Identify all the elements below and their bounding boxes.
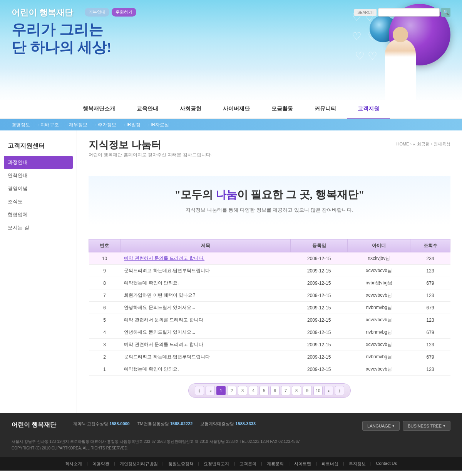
pagination-page-10[interactable]: 10 — [313, 386, 323, 395]
contact-label: TM전통성동상담 — [137, 421, 169, 426]
header: ♡ ♡♡ ♡ ♡ ♡ 어린이 행복재단 기부안내 우원하기 우리가 그리는 단 … — [0, 0, 462, 100]
pagination-page-8[interactable]: 8 — [292, 386, 301, 395]
quote-highlight: 나눔 — [216, 189, 237, 200]
sidebar-item-liaison[interactable]: 연혁안내 — [0, 169, 77, 182]
sidebar-item-location[interactable]: 오시는 길 — [0, 221, 77, 234]
sidebar-item-org[interactable]: 조직도 — [0, 195, 77, 208]
cell-title: 안녕하세요 문의드릴게 있어서요... — [120, 326, 290, 339]
person-illustration — [377, 31, 424, 100]
pagination-prev[interactable]: ◂ — [206, 386, 215, 395]
footer-link-회사소개[interactable]: 회사소개 — [65, 461, 82, 467]
page-breadcrumb: HOME › 사회공헌 › 인재육성 — [396, 141, 450, 147]
footer-link-투자정보[interactable]: 투자정보 — [349, 461, 366, 467]
footer-link-separator: | — [316, 461, 317, 467]
person-head — [393, 27, 408, 42]
pagination-page-4[interactable]: 4 — [249, 386, 258, 395]
footer: 어린이 행복재단 계약/사고접수상담 1588-0000TM전통성동상담 158… — [0, 413, 462, 471]
footer-link-separator: | — [288, 461, 290, 467]
site-logo[interactable]: 어린이 행복재단 — [12, 7, 73, 18]
breadcrumb-ir[interactable]: IR일정 — [124, 122, 141, 128]
breadcrumb-financial[interactable]: 재무정보 — [67, 122, 88, 128]
pagination: ⟪ ◂ 1 2 3 4 5 6 7 8 9 10 ▸ ⟫ — [188, 383, 351, 398]
main-navigation: 행복재단소개 교육안내 사회공헌 사이버재단 모금활동 커뮤니티 고객지원 — [0, 100, 462, 119]
cell-title: 예약 관련해서 문의를 드리려고 합니다 — [120, 314, 290, 326]
cell-id: xcvcvbcvb님 — [348, 314, 410, 326]
business-tree-label: BUSINESS TREE — [408, 424, 442, 428]
cell-id: nvbnmvbg님 — [348, 326, 410, 339]
cell-id: xcvcvbcvb님 — [348, 363, 410, 376]
nav-item-edu[interactable]: 교육안내 — [126, 100, 169, 119]
nav-item-cyber[interactable]: 사이버재단 — [212, 100, 261, 119]
footer-link-요청법적고지[interactable]: 요청법적고지 — [204, 461, 229, 467]
cell-date: 2009-12-15 — [291, 326, 348, 339]
footer-bottom: 회사소개|이용약관|개인정보처리규방침|품질보증정책|요청법적고지|고객문의|계… — [0, 457, 462, 471]
header-search: SEARCH 🔍 — [354, 8, 450, 17]
footer-link-contact-us[interactable]: Contact Us — [376, 461, 397, 467]
cell-title: 안녕하세요 문의드릴게 있어서요... — [120, 302, 290, 314]
footer-right-buttons: LANGUAGE ▾ BUSINESS TREE ▾ — [362, 421, 450, 431]
pagination-next[interactable]: ▸ — [324, 386, 333, 395]
cell-views: 123 — [410, 314, 450, 326]
data-table: 번호 제목 등록일 아이디 조회수 10예약 관련해서 문의를 드리려고 합니다… — [89, 239, 450, 376]
sidebar-item-partner[interactable]: 협렵업체 — [0, 208, 77, 221]
cell-date: 2009-12-15 — [291, 302, 348, 314]
nav-item-donation[interactable]: 모금활동 — [261, 100, 304, 119]
pagination-page-9[interactable]: 9 — [303, 386, 312, 395]
footer-link-개인정보처리규방침[interactable]: 개인정보처리규방침 — [120, 461, 158, 467]
page-title-group: 지식정보 나눔터 어린이 행복재단 홈페이지로 찾아주신 여러분 감사드립니다. — [89, 138, 212, 164]
footer-link-품질보증정책[interactable]: 품질보증정책 — [168, 461, 194, 467]
language-label: LANGUAGE — [367, 424, 391, 428]
breadcrumb-management[interactable]: 경영정보 — [12, 122, 30, 128]
cell-title[interactable]: 예약 관련해서 문의를 드리려고 합니다. — [120, 252, 290, 265]
nav-item-community[interactable]: 커뮤니티 — [304, 100, 347, 119]
chevron-down-icon-2: ▾ — [443, 423, 445, 428]
sidebar-item-course[interactable]: 과정안내 — [4, 156, 73, 169]
sidebar-item-management[interactable]: 경영이념 — [0, 182, 77, 195]
member-button[interactable]: 우원하기 — [112, 8, 136, 17]
cell-id: nvbnmvbg님 — [348, 302, 410, 314]
nav-item-support[interactable]: 고객지원 — [347, 100, 390, 119]
search-input[interactable] — [378, 8, 440, 17]
quote-section: "모두의 나눔이 필요한 그 곳, 행복재단" 지식정보 나눔터를 통해 다양한… — [89, 176, 450, 225]
pagination-page-1[interactable]: 1 — [216, 386, 226, 395]
footer-link-separator: | — [370, 461, 372, 467]
pagination-last[interactable]: ⟫ — [335, 386, 344, 395]
chevron-down-icon: ▾ — [392, 423, 395, 428]
main-wrapper: 고객지원센터 과정안내 연혁안내 경영이념 조직도 협렵업체 오시는 길 지식정… — [0, 130, 462, 413]
nav-item-social[interactable]: 사회공헌 — [169, 100, 212, 119]
contact-label: 보험계약대출상담 — [200, 421, 234, 426]
cell-views: 123 — [410, 265, 450, 277]
footer-link-이용약관[interactable]: 이용약관 — [92, 461, 109, 467]
footer-logo: 어린이 행복재단 — [12, 421, 62, 429]
donate-button[interactable]: 기부안내 — [85, 8, 109, 17]
footer-link-사이트맵[interactable]: 사이트맵 — [294, 461, 311, 467]
search-button[interactable]: 🔍 — [441, 8, 450, 17]
footer-link-파트너십[interactable]: 파트너십 — [321, 461, 338, 467]
footer-link-계룡문의[interactable]: 계룡문의 — [267, 461, 284, 467]
contact-label: 계약/사고접수상담 — [73, 421, 108, 426]
pagination-first[interactable]: ⟪ — [195, 386, 204, 395]
cell-views: 679 — [410, 277, 450, 289]
quote-pre: "모두의 — [174, 189, 216, 200]
table-row: 1예약했는데 확인이 안되요.2009-12-15xcvcvbcvb님123 — [89, 363, 450, 376]
sidebar-title: 고객지원센터 — [0, 138, 77, 156]
breadcrumb-extra[interactable]: 추가정보 — [95, 122, 116, 128]
nav-items-container: 행복재단소개 교육안내 사회공헌 사이버재단 모금활동 커뮤니티 고객지원 — [72, 100, 390, 119]
table-row: 9문의드리려고 하는데요.답변부탁드립니다2009-12-15xcvcvbcvb… — [89, 265, 450, 277]
language-button[interactable]: LANGUAGE ▾ — [362, 421, 400, 431]
content-divider — [89, 168, 450, 168]
cell-views: 679 — [410, 351, 450, 363]
title-link[interactable]: 예약 관련해서 문의를 드리려고 합니다. — [124, 256, 204, 261]
pagination-page-7[interactable]: 7 — [281, 386, 290, 395]
cell-title: 예약했는데 확인이 안되요. — [120, 363, 290, 376]
nav-item-about[interactable]: 행복재단소개 — [72, 100, 126, 119]
pagination-page-5[interactable]: 5 — [259, 386, 269, 395]
pagination-page-3[interactable]: 3 — [238, 386, 247, 395]
header-buttons: 기부안내 우원하기 — [85, 8, 136, 17]
breadcrumb-governance[interactable]: 지배구조 — [38, 122, 59, 128]
pagination-page-6[interactable]: 6 — [270, 386, 280, 395]
footer-link-고객문의[interactable]: 고객문의 — [239, 461, 256, 467]
pagination-page-2[interactable]: 2 — [227, 386, 236, 395]
business-tree-button[interactable]: BUSINESS TREE ▾ — [403, 421, 450, 431]
breadcrumb-ir-room[interactable]: IR자료실 — [148, 122, 169, 128]
